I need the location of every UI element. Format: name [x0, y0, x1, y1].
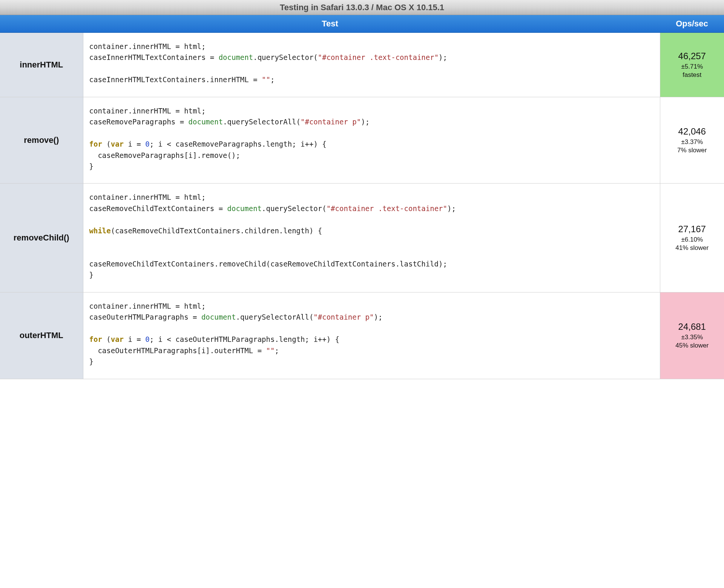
test-code-cell: container.innerHTML = html; caseInnerHTM… [83, 33, 660, 97]
ops-note: 7% slower [663, 147, 721, 154]
test-name-cell: innerHTML [0, 33, 83, 97]
benchmark-table: Test Ops/sec innerHTMLcontainer.innerHTM… [0, 15, 724, 379]
test-name-cell: outerHTML [0, 292, 83, 379]
window-titlebar: Testing in Safari 13.0.3 / Mac OS X 10.1… [0, 0, 724, 15]
table-header-row: Test Ops/sec [0, 15, 724, 33]
table-row: remove()container.innerHTML = html; case… [0, 97, 724, 184]
ops-cell: 46,257±5.71%fastest [660, 33, 724, 97]
ops-note: 41% slower [663, 244, 721, 252]
table-row: innerHTMLcontainer.innerHTML = html; cas… [0, 33, 724, 97]
ops-cell: 27,167±6.10%41% slower [660, 184, 724, 292]
col-header-test: Test [0, 15, 660, 33]
code-snippet: container.innerHTML = html; caseRemovePa… [89, 106, 654, 172]
ops-value: 27,167 [663, 224, 721, 234]
ops-note: fastest [663, 71, 721, 79]
ops-error: ±3.35% [663, 334, 721, 341]
ops-note: 45% slower [663, 342, 721, 349]
ops-error: ±5.71% [663, 63, 721, 70]
ops-value: 42,046 [663, 126, 721, 137]
ops-value: 24,681 [663, 322, 721, 332]
table-row: removeChild()container.innerHTML = html;… [0, 184, 724, 292]
test-code-cell: container.innerHTML = html; caseRemovePa… [83, 97, 660, 184]
code-snippet: container.innerHTML = html; caseRemoveCh… [89, 192, 654, 281]
ops-error: ±3.37% [663, 138, 721, 146]
code-snippet: container.innerHTML = html; caseInnerHTM… [89, 41, 654, 86]
test-name-cell: removeChild() [0, 184, 83, 292]
col-header-ops: Ops/sec [660, 15, 724, 33]
code-snippet: container.innerHTML = html; caseOuterHTM… [89, 301, 654, 368]
ops-cell: 24,681±3.35%45% slower [660, 292, 724, 379]
test-code-cell: container.innerHTML = html; caseRemoveCh… [83, 184, 660, 292]
ops-cell: 42,046±3.37%7% slower [660, 97, 724, 184]
test-name-cell: remove() [0, 97, 83, 184]
ops-value: 46,257 [663, 51, 721, 61]
ops-error: ±6.10% [663, 236, 721, 243]
table-row: outerHTMLcontainer.innerHTML = html; cas… [0, 292, 724, 379]
test-code-cell: container.innerHTML = html; caseOuterHTM… [83, 292, 660, 379]
